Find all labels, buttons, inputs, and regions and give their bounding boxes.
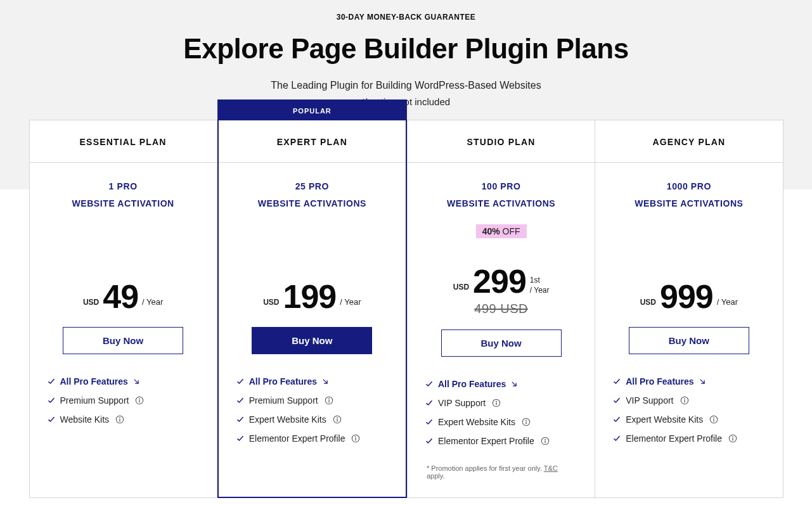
arrow-down-right-icon: [511, 381, 517, 387]
info-icon[interactable]: [333, 415, 342, 424]
pricing-plans: ESSENTIAL PLAN 1 PROWEBSITE ACTIVATION U…: [29, 120, 783, 498]
plan-card-0: ESSENTIAL PLAN 1 PROWEBSITE ACTIVATION U…: [29, 120, 217, 498]
feature-all-pro[interactable]: All Pro Features: [425, 374, 577, 393]
buy-now-button[interactable]: Buy Now: [441, 329, 562, 357]
info-icon[interactable]: [492, 399, 501, 407]
info-icon[interactable]: [351, 434, 360, 443]
plan-card-2: STUDIO PLAN 100 PROWEBSITE ACTIVATIONS 4…: [407, 120, 595, 498]
plan-name: STUDIO PLAN: [408, 120, 595, 163]
plan-name: AGENCY PLAN: [595, 120, 782, 163]
check-icon: [48, 397, 55, 404]
currency-label: USD: [83, 298, 99, 313]
feature-expert-profile: Elementor Expert Profile: [425, 431, 577, 451]
plan-card-3: AGENCY PLAN 1000 PROWEBSITE ACTIVATIONS …: [595, 120, 783, 498]
feature-all-pro[interactable]: All Pro Features: [613, 372, 764, 391]
feature-premium-support: Premium Support: [236, 391, 388, 410]
price-block: USD 199/ Year: [236, 262, 388, 313]
plan-name: ESSENTIAL PLAN: [30, 120, 217, 163]
check-icon: [613, 397, 621, 404]
plan-card-1: POPULAREXPERT PLAN 25 PROWEBSITE ACTIVAT…: [217, 99, 407, 498]
currency-label: USD: [263, 298, 279, 313]
price-amount: 299: [473, 265, 526, 298]
feature-all-pro[interactable]: All Pro Features: [48, 372, 199, 391]
check-icon: [613, 378, 621, 385]
info-icon[interactable]: [325, 396, 333, 405]
check-icon: [236, 435, 244, 442]
feature-website-kits: Website Kits: [48, 410, 199, 429]
check-icon: [425, 418, 433, 426]
feature-expert-profile: Elementor Expert Profile: [613, 429, 764, 448]
feature-label: Premium Support: [249, 395, 318, 406]
feature-label: VIP Support: [438, 398, 486, 408]
feature-label: All Pro Features: [438, 379, 506, 389]
buy-now-button[interactable]: Buy Now: [63, 327, 183, 354]
feature-expert-profile: Elementor Expert Profile: [236, 429, 388, 448]
price-amount: 999: [660, 280, 713, 313]
check-icon: [48, 416, 55, 423]
check-icon: [425, 380, 433, 388]
feature-label: Expert Website Kits: [249, 414, 326, 425]
check-icon: [236, 378, 244, 385]
page-subhead: The Leading Plugin for Building WordPres…: [0, 80, 812, 91]
plan-name: EXPERT PLAN: [219, 120, 406, 163]
check-icon: [425, 437, 433, 445]
buy-now-button[interactable]: Buy Now: [629, 327, 749, 354]
activation-text: 1000 PROWEBSITE ACTIVATIONS: [613, 178, 764, 212]
feature-label: Elementor Expert Profile: [249, 433, 345, 444]
info-icon[interactable]: [135, 396, 144, 405]
feature-list: All Pro Features VIP Support Expert Webs…: [425, 374, 577, 451]
price-amount: 199: [283, 280, 337, 313]
feature-label: Elementor Expert Profile: [626, 433, 722, 444]
per-year-label: / Year: [340, 297, 361, 313]
info-icon[interactable]: [680, 396, 689, 405]
feature-label: All Pro Features: [60, 376, 128, 387]
discount-badge: 40% OFF: [476, 224, 527, 238]
popular-badge: POPULAR: [219, 101, 406, 120]
buy-now-button[interactable]: Buy Now: [252, 327, 372, 354]
price-amount: 49: [103, 280, 138, 313]
info-icon[interactable]: [541, 437, 550, 445]
feature-label: All Pro Features: [249, 376, 317, 387]
check-icon: [613, 435, 621, 442]
check-icon: [613, 416, 621, 423]
terms-link[interactable]: T&C: [544, 464, 558, 472]
feature-label: Expert Website Kits: [438, 417, 515, 427]
feature-vip-support: VIP Support: [425, 393, 577, 412]
feature-expert-kits: Expert Website Kits: [425, 412, 577, 431]
feature-vip-support: VIP Support: [613, 391, 764, 410]
price-block: USD 2991st/ Year: [425, 247, 577, 298]
feature-all-pro[interactable]: All Pro Features: [236, 372, 388, 391]
feature-label: VIP Support: [626, 395, 673, 406]
page-headline: Explore Page Builder Plugin Plans: [0, 33, 812, 65]
feature-expert-kits: Expert Website Kits: [236, 410, 388, 429]
original-price: 499 USD: [425, 302, 577, 316]
activation-text: 25 PROWEBSITE ACTIVATIONS: [236, 178, 388, 212]
feature-label: Website Kits: [60, 414, 110, 425]
activation-text: 1 PROWEBSITE ACTIVATION: [48, 178, 199, 212]
feature-label: Expert Website Kits: [626, 414, 703, 425]
feature-label: Elementor Expert Profile: [438, 436, 534, 446]
info-icon[interactable]: [115, 415, 124, 424]
feature-list: All Pro Features VIP Support Expert Webs…: [613, 372, 764, 448]
check-icon: [425, 399, 433, 407]
price-block: USD 49/ Year: [48, 262, 199, 313]
check-icon: [236, 397, 244, 404]
feature-label: Premium Support: [60, 395, 129, 406]
info-icon[interactable]: [728, 434, 737, 443]
feature-expert-kits: Expert Website Kits: [613, 410, 764, 429]
check-icon: [48, 378, 55, 385]
activation-text: 100 PROWEBSITE ACTIVATIONS: [425, 178, 577, 212]
arrow-down-right-icon: [133, 378, 139, 385]
per-year-label: / Year: [142, 297, 163, 313]
feature-premium-support: Premium Support: [48, 391, 199, 410]
per-year-label: / Year: [717, 297, 738, 313]
guarantee-text: 30-DAY MONEY-BACK GUARANTEE: [0, 13, 812, 22]
feature-list: All Pro Features Premium Support Website…: [48, 372, 199, 429]
arrow-down-right-icon: [322, 378, 328, 385]
feature-list: All Pro Features Premium Support Expert …: [236, 372, 388, 448]
info-icon[interactable]: [709, 415, 718, 424]
info-icon[interactable]: [522, 418, 531, 426]
feature-label: All Pro Features: [626, 376, 693, 387]
currency-label: USD: [453, 283, 469, 298]
promo-note: * Promotion applies for first year only.…: [425, 464, 577, 480]
